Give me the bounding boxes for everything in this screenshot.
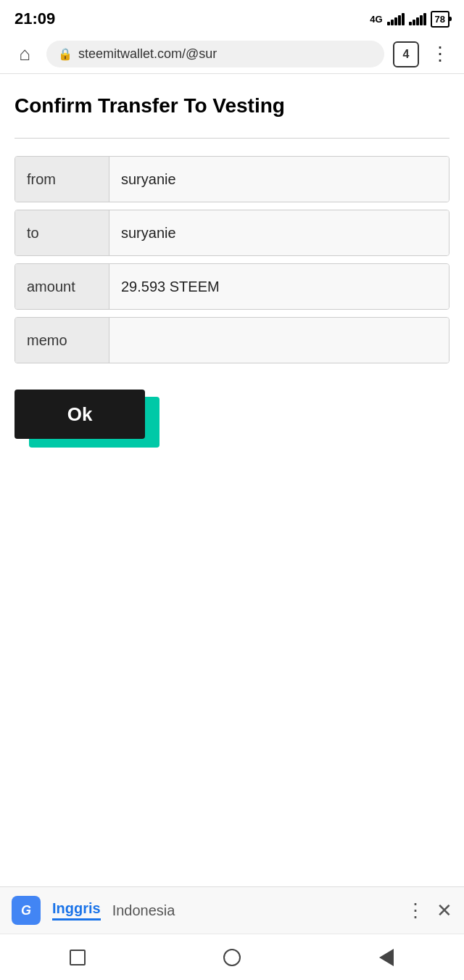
form-row-amount: amount 29.593 STEEM: [14, 263, 450, 310]
nav-bar: ⌂ 🔒 steemitwallet.com/@sur 4 ⋮: [0, 35, 464, 74]
label-from: from: [15, 157, 109, 202]
form-row-to: to suryanie: [14, 210, 450, 256]
lang-inactive[interactable]: Indonesia: [112, 902, 175, 919]
page-title: Confirm Transfer To Vesting: [14, 94, 450, 118]
back-icon: [379, 949, 394, 966]
value-from: suryanie: [109, 157, 449, 202]
recent-apps-button[interactable]: [65, 944, 91, 971]
battery-indicator: 78: [431, 11, 450, 28]
translator-more-button[interactable]: ⋮: [406, 899, 425, 922]
form-row-from: from suryanie: [14, 156, 450, 202]
home-nav-button[interactable]: [219, 944, 245, 971]
label-amount: amount: [15, 264, 109, 309]
form-row-memo: memo: [14, 317, 450, 363]
label-memo: memo: [15, 318, 109, 363]
label-to: to: [15, 210, 109, 255]
ok-button[interactable]: Ok: [14, 390, 145, 439]
status-bar: 21:09 4G 78: [0, 0, 464, 35]
page-content: Confirm Transfer To Vesting from suryani…: [0, 74, 464, 675]
tabs-button[interactable]: 4: [393, 41, 419, 67]
google-translate-icon: G: [12, 896, 41, 925]
value-to: suryanie: [109, 210, 449, 255]
url-bar[interactable]: 🔒 steemitwallet.com/@sur: [46, 41, 384, 67]
system-nav-bar: [0, 934, 464, 980]
value-memo: [109, 318, 449, 363]
url-text: steemitwallet.com/@sur: [78, 46, 217, 62]
page-spacer: [0, 675, 464, 887]
form-fields: from suryanie to suryanie amount 29.593 …: [14, 156, 450, 363]
signal-bars-2: [409, 13, 426, 25]
value-amount: 29.593 STEEM: [109, 264, 449, 309]
network-label: 4G: [370, 14, 382, 25]
signal-bars-1: [387, 13, 405, 25]
recent-apps-icon: [70, 950, 86, 965]
home-button[interactable]: ⌂: [12, 41, 38, 67]
translator-bar: G Inggris Indonesia ⋮ ✕: [0, 886, 464, 934]
translator-close-button[interactable]: ✕: [436, 899, 452, 922]
lock-icon: 🔒: [58, 47, 72, 61]
ok-button-wrapper: Ok: [14, 390, 160, 448]
status-time: 21:09: [14, 9, 55, 28]
status-icons: 4G 78: [370, 11, 450, 28]
home-nav-icon: [223, 949, 241, 966]
lang-active[interactable]: Inggris: [52, 900, 101, 921]
more-button[interactable]: ⋮: [428, 43, 452, 65]
home-icon: ⌂: [19, 43, 30, 65]
back-button[interactable]: [373, 944, 399, 971]
title-divider: [14, 138, 450, 139]
tabs-count: 4: [403, 48, 410, 61]
